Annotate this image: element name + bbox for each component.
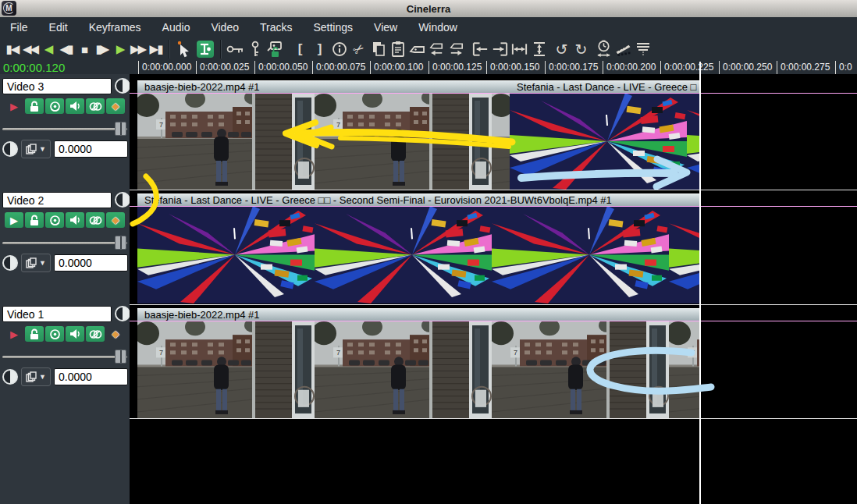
next-edit-icon[interactable] (490, 39, 510, 59)
automation-expand-button[interactable] (2, 369, 18, 385)
reverse-play-icon[interactable]: ◀ (39, 39, 57, 59)
track-bottom-border (130, 304, 857, 305)
track-fader-slider[interactable] (2, 122, 127, 136)
gang-toggle[interactable] (86, 326, 105, 342)
next-label-icon[interactable] (446, 39, 466, 59)
arrow-mode-icon[interactable] (174, 39, 194, 59)
frame-forward-icon[interactable]: ▮▶ (93, 39, 111, 59)
previous-label-icon[interactable] (427, 39, 446, 59)
ruler-tick (603, 61, 603, 74)
track-name-input[interactable]: Video 2 (2, 192, 112, 208)
track-top-border (130, 93, 857, 94)
preview-range-icon[interactable] (594, 39, 613, 59)
track-attach-button[interactable] (115, 306, 130, 321)
overlay-mode-button[interactable]: ▼ (21, 367, 51, 386)
track-name-input[interactable]: Video 1 (2, 306, 112, 322)
ruler-label: 0:00:00.075 (316, 62, 365, 73)
menu-view[interactable]: View (374, 21, 397, 34)
paste-icon[interactable] (388, 39, 407, 59)
generate-keyframes-icon[interactable] (226, 39, 245, 59)
overlay-mode-button[interactable]: ▼ (21, 140, 51, 158)
fit-selection-icon[interactable] (510, 39, 529, 59)
master-toggle[interactable]: ◆ (106, 326, 125, 342)
track-attach-button[interactable] (115, 192, 130, 208)
insertion-point-line[interactable] (699, 62, 701, 504)
play-toggle[interactable]: ▶ (5, 98, 23, 114)
ruler-tick (719, 61, 720, 74)
menu-file[interactable]: File (10, 21, 28, 34)
ruler-label: 0:00:00.150 (490, 62, 539, 73)
menu-tracks[interactable]: Tracks (260, 21, 292, 34)
arm-toggle[interactable] (25, 98, 44, 114)
play-toggle[interactable]: ▶ (5, 212, 23, 228)
fader-value-field[interactable]: 0.0000 (54, 140, 128, 158)
play-toggle[interactable]: ▶ (5, 326, 23, 342)
copy-icon[interactable] (368, 39, 388, 59)
clip-thumbnails (510, 93, 699, 190)
menu-edit[interactable]: Edit (49, 21, 68, 34)
go-to-end-icon[interactable]: ▶▮ (147, 39, 165, 59)
toolbar-separator (220, 40, 222, 59)
frame-reverse-icon[interactable]: ◀▮ (57, 39, 75, 59)
track-attach-button[interactable] (115, 78, 130, 94)
master-toggle[interactable]: ◆ (106, 212, 125, 228)
arm-toggle[interactable] (25, 326, 44, 342)
go-to-start-icon[interactable]: ▮◀ (3, 39, 21, 59)
clip-video1-baasje[interactable]: baasje-bieb-2022.mp4 #1 (137, 308, 699, 418)
overlay-mode-button[interactable]: ▼ (21, 254, 51, 272)
redo-icon[interactable]: ↻ (571, 39, 591, 59)
timeline-canvas[interactable]: baasje-bieb-2022.mp4 #1 Stefania - Last … (130, 74, 857, 504)
fader-handle[interactable] (115, 122, 126, 136)
mute-toggle[interactable] (66, 212, 84, 228)
fit-autos-icon[interactable] (529, 39, 549, 59)
window-titlebar[interactable]: M Cinelerra (0, 0, 857, 17)
ruler-tick (196, 61, 197, 74)
fader-value-field[interactable]: 0.0000 (54, 368, 128, 385)
automation-expand-button[interactable] (2, 255, 18, 271)
clip-title: baasje-bieb-2022.mp4 #1 (137, 308, 699, 321)
fader-handle[interactable] (115, 350, 126, 364)
menu-window[interactable]: Window (418, 21, 457, 34)
fader-handle[interactable] (115, 236, 126, 250)
out-point-icon[interactable]: ] (310, 39, 329, 59)
automation-expand-button[interactable] (2, 141, 18, 157)
lock-labels-icon[interactable] (265, 39, 284, 59)
ibeam-mode-icon[interactable] (197, 41, 214, 58)
draw-toggle[interactable] (45, 212, 64, 228)
gang-toggle[interactable] (86, 212, 105, 228)
track-name-input[interactable]: Video 3 (2, 78, 112, 94)
arm-toggle[interactable] (25, 212, 44, 228)
play-icon[interactable]: ▶ (111, 39, 129, 59)
fast-reverse-icon[interactable]: ◀◀ (21, 39, 39, 59)
stop-icon[interactable]: ■ (75, 39, 93, 59)
menu-keyframes[interactable]: Keyframes (89, 21, 141, 34)
show-overlays-icon[interactable] (633, 39, 653, 59)
menu-settings[interactable]: Settings (313, 21, 353, 34)
previous-edit-icon[interactable] (471, 39, 490, 59)
in-point-icon[interactable]: [ (290, 39, 310, 59)
timebar-ruler[interactable]: 0:00:00.120 0:00:00.000 0:00:00.025 0:00… (0, 61, 857, 74)
dropdown-arrow-icon: ▼ (39, 373, 46, 381)
menu-video[interactable]: Video (211, 21, 239, 34)
master-toggle[interactable]: ◆ (106, 98, 125, 114)
keyframe-span-icon[interactable] (245, 39, 265, 59)
ruler-tick (370, 61, 371, 74)
ruler-tick (428, 61, 429, 74)
track-fader-slider[interactable] (2, 236, 127, 250)
menu-audio[interactable]: Audio (162, 21, 190, 34)
fader-value-field[interactable]: 0.0000 (54, 254, 128, 272)
ruler-tick (835, 61, 836, 74)
undo-icon[interactable]: ↺ (552, 39, 571, 59)
mute-toggle[interactable] (66, 326, 84, 342)
toggle-label-icon[interactable] (407, 39, 427, 59)
mute-toggle[interactable] (66, 98, 84, 114)
draw-toggle[interactable] (45, 98, 64, 114)
render-clip-icon[interactable] (613, 39, 633, 59)
clip-video3-stefania[interactable]: Stefania - Last Dance - LIVE - Greece □ (510, 80, 699, 190)
gang-toggle[interactable] (86, 98, 105, 114)
fast-forward-icon[interactable]: ▶▶ (129, 39, 147, 59)
draw-toggle[interactable] (45, 326, 64, 342)
clip-video2-stefania[interactable]: Stefania - Last Dance - LIVE - Greece □□… (137, 193, 699, 303)
track-fader-slider[interactable] (2, 350, 127, 364)
clip-video3-baasje[interactable]: baasje-bieb-2022.mp4 #1 (137, 80, 510, 190)
